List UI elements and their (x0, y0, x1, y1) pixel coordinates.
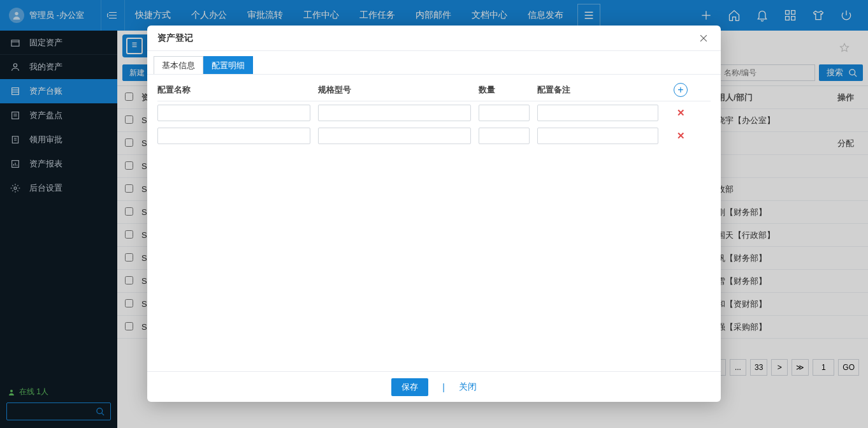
asset-register-dialog: 资产登记 基本信息 配置明细 配置名称 规格型号 数量 配置备注 + ✕ ✕ (147, 26, 721, 402)
remark-input[interactable] (537, 128, 658, 144)
close-icon (699, 34, 708, 43)
dialog-tabs: 基本信息 配置明细 (147, 51, 721, 75)
config-name-input[interactable] (157, 105, 310, 121)
remark-input[interactable] (537, 105, 658, 121)
spec-input[interactable] (318, 128, 471, 144)
col-remark: 配置备注 (537, 84, 658, 96)
close-link[interactable]: 关闭 (459, 381, 477, 393)
dialog-footer: 保存 | 关闭 (147, 371, 721, 402)
config-name-input[interactable] (157, 128, 310, 144)
col-config-name: 配置名称 (157, 84, 310, 96)
close-button[interactable] (697, 31, 711, 45)
grid-row: ✕ (157, 124, 711, 147)
dialog-header: 资产登记 (147, 26, 721, 51)
spec-input[interactable] (318, 105, 471, 121)
config-grid: 配置名称 规格型号 数量 配置备注 + ✕ ✕ (147, 75, 721, 151)
tab-config[interactable]: 配置明细 (203, 56, 253, 74)
col-spec: 规格型号 (318, 84, 471, 96)
qty-input[interactable] (479, 105, 530, 121)
col-qty: 数量 (479, 84, 530, 96)
grid-header: 配置名称 规格型号 数量 配置备注 + (157, 78, 711, 101)
delete-row-button[interactable]: ✕ (677, 107, 685, 119)
delete-row-button[interactable]: ✕ (677, 130, 685, 142)
grid-row: ✕ (157, 101, 711, 124)
tab-basic[interactable]: 基本信息 (154, 56, 203, 74)
add-row-button[interactable]: + (674, 83, 688, 97)
qty-input[interactable] (479, 128, 530, 144)
dialog-title: 资产登记 (157, 33, 193, 44)
save-button[interactable]: 保存 (391, 378, 428, 396)
footer-separator: | (442, 382, 445, 392)
